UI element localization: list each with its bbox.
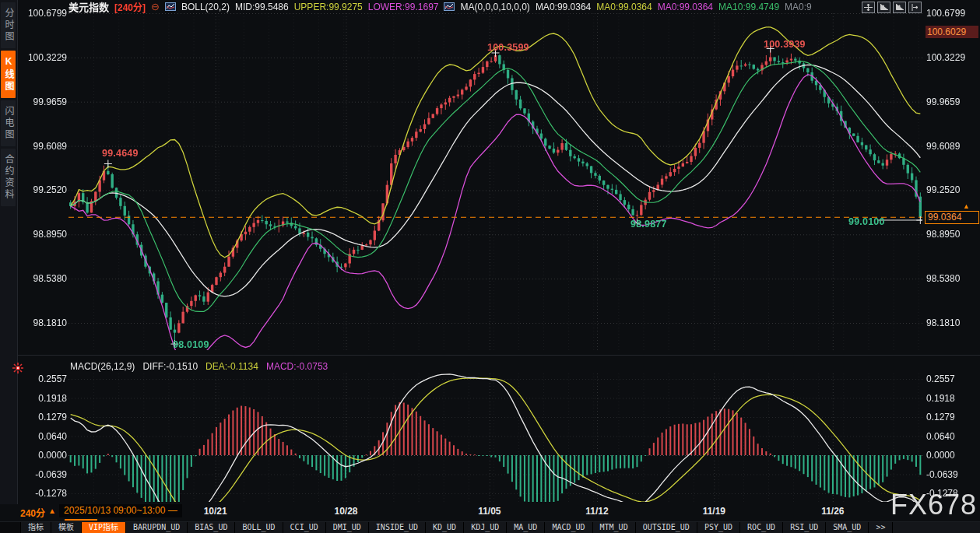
pan-right-icon[interactable]: [908, 2, 922, 13]
boll-indicator-icon[interactable]: [165, 2, 176, 11]
toolbar-tab-kdj_ud[interactable]: KDJ_UD: [464, 522, 507, 533]
price-axis-label: 99.2520: [19, 184, 67, 195]
ma0-value-4: MA0:9: [785, 2, 812, 12]
price-annotation: 99.4649: [102, 148, 139, 159]
price-axis-label: 100.6799: [926, 8, 978, 19]
price-axis-label: 98.5380: [19, 273, 67, 284]
x-axis-tick: 11/19: [703, 506, 725, 517]
ma10-value: MA10:99.4749: [718, 2, 779, 12]
sidebar-item-tick-chart[interactable]: 闪电图: [1, 100, 16, 146]
axis-zoom-in-icon[interactable]: [877, 2, 890, 13]
price-axis-label: 100.3229: [19, 52, 67, 63]
macd-axis-label: 0.1918: [926, 393, 978, 404]
price-axis-label: 98.8950: [19, 229, 67, 240]
move-icon[interactable]: [862, 2, 875, 13]
indicator-toolbar: 指标模板VIP指标BARUPDN_UDBIAS_UDBOLL_UDCCI_UDD…: [0, 522, 980, 533]
toolbar-tab-mtm_ud[interactable]: MTM_UD: [593, 522, 636, 533]
ma-indicator-icon[interactable]: [444, 2, 455, 11]
macd-axis-label: 0.1918: [19, 393, 67, 404]
period-up-arrow-icon[interactable]: ▲: [48, 507, 56, 515]
first-bar-range-label: 2025/10/13 09:00~13:00: [64, 505, 165, 516]
macd-value: MACD:-0.0753: [266, 361, 328, 372]
chart-tools: [862, 2, 922, 13]
toolbar-tab-sma_ud[interactable]: SMA_UD: [826, 522, 869, 533]
macd-axis-label: 0.1279: [926, 412, 978, 423]
price-axis-label: 99.6089: [19, 141, 67, 152]
price-annotation: 100.3599: [487, 42, 529, 53]
chart-canvas[interactable]: [0, 0, 980, 506]
period-label: [240分]: [114, 0, 146, 13]
macd-dea-value: DEA:-0.1134: [205, 361, 258, 372]
session-high-badge: 100.6029: [926, 26, 978, 38]
price-axis-label: 98.8950: [926, 229, 978, 240]
toolbar-tab-roc_ud[interactable]: ROC_UD: [740, 522, 783, 533]
toolbar-tab-outside_ud[interactable]: OUTSIDE_UD: [636, 522, 697, 533]
x-axis-tick: 11/26: [821, 506, 844, 517]
price-axis-label: 100.3229: [926, 52, 978, 63]
toolbar-tab-dmi_ud[interactable]: DMI_UD: [326, 522, 369, 533]
x-axis-tick: 11/12: [585, 506, 608, 517]
current-price-badge: 99.0364: [925, 211, 979, 224]
x-axis-tick: 10/21: [204, 506, 227, 517]
date-underline: [65, 519, 97, 521]
toolbar-tab-inside_ud[interactable]: INSIDE_UD: [369, 522, 426, 533]
boll-params: BOLL(20,2): [181, 2, 230, 12]
collapse-indicator-icon[interactable]: ⊖: [151, 2, 160, 12]
ma0-value-3: MA0:99.0364: [658, 2, 713, 12]
indicator-header: 美元指数 [240分] ⊖ BOLL(20,2) MID:99.5486 UPP…: [68, 1, 812, 12]
first-bar-range[interactable]: 2025/10/13 09:00~13:00 —: [59, 504, 182, 517]
toolbar-tab-boll_ud[interactable]: BOLL_UD: [235, 522, 283, 533]
ma0-value-1: MA0:99.0364: [536, 2, 591, 12]
toolbar-tab-psy_ud[interactable]: PSY_UD: [697, 522, 740, 533]
price-axis-label: 99.9659: [926, 96, 978, 107]
price-axis-label: 99.9659: [19, 96, 67, 107]
watermark: FX678: [890, 489, 977, 521]
macd-axis-label: -0.0639: [19, 469, 67, 480]
macd-axis-label: 0.0640: [19, 431, 67, 442]
symbol-name: 美元指数: [68, 0, 109, 14]
macd-axis-label: 0.0640: [926, 431, 978, 442]
x-axis-tick: 11/05: [478, 506, 501, 517]
macd-axis-label: 0.1279: [19, 412, 67, 423]
toolbar-tab-[interactable]: >>: [869, 522, 893, 533]
toolbar-tab-cci_ud[interactable]: CCI_UD: [283, 522, 326, 533]
ma0-value-2: MA0:99.0364: [596, 2, 652, 12]
macd-diff-value: DIFF:-0.1510: [142, 361, 198, 372]
toolbar-tab-[interactable]: 指标: [21, 522, 51, 533]
trading-app: 分时图 K线图 闪电图 合约资料 美元指数 [240分] ⊖ BOLL(20,2…: [0, 0, 980, 533]
price-annotation: 100.3939: [764, 39, 806, 50]
sidebar: 分时图 K线图 闪电图 合约资料: [0, 0, 18, 504]
price-axis-label: 98.5380: [926, 273, 978, 284]
sidebar-item-candle-chart[interactable]: K线图: [1, 51, 16, 98]
price-up-arrow-icon: ▲: [963, 202, 970, 210]
toolbar-spacer: [0, 522, 21, 533]
price-axis-label: 98.1810: [19, 317, 67, 328]
macd-axis-label: -0.1278: [19, 488, 67, 499]
ma-params: MA(0,0,0,10,0,0): [460, 2, 529, 12]
x-axis-tick: 10/28: [335, 506, 358, 517]
boll-mid-value: MID:99.5486: [235, 2, 289, 12]
toolbar-tab-kd_ud[interactable]: KD_UD: [426, 522, 464, 533]
toolbar-tab-rsi_ud[interactable]: RSI_UD: [783, 522, 826, 533]
macd-settings-icon[interactable]: [12, 363, 23, 373]
sidebar-item-contract-info[interactable]: 合约资料: [1, 149, 16, 206]
price-annotation: 98.9877: [631, 219, 667, 230]
price-axis-label: 99.6089: [926, 141, 978, 152]
toolbar-tab-macd_ud[interactable]: MACD_UD: [545, 522, 592, 533]
macd-axis-label: 0.0000: [926, 450, 978, 461]
axis-zoom-out-icon[interactable]: [893, 2, 906, 13]
macd-params: MACD(26,12,9): [70, 361, 135, 372]
macd-axis-label: 0.2557: [19, 373, 67, 384]
toolbar-tab-[interactable]: 模板: [51, 522, 82, 533]
period-indicator[interactable]: 240分: [20, 506, 45, 519]
price-annotation: 98.0109: [173, 339, 209, 350]
toolbar-fill: [893, 522, 980, 533]
toolbar-tab-barupdn_ud[interactable]: BARUPDN_UD: [126, 522, 188, 533]
macd-header: MACD(26,12,9) DIFF:-0.1510 DEA:-0.1134 M…: [70, 361, 328, 372]
toolbar-tab-bias_ud[interactable]: BIAS_UD: [188, 522, 235, 533]
toolbar-tab-vip[interactable]: VIP指标: [82, 522, 126, 533]
price-axis-label: 100.6799: [19, 8, 67, 19]
sidebar-item-time-chart[interactable]: 分时图: [1, 2, 16, 48]
toolbar-tab-ma_ud[interactable]: MA_UD: [507, 522, 545, 533]
collapse-line-icon[interactable]: —: [168, 505, 177, 516]
